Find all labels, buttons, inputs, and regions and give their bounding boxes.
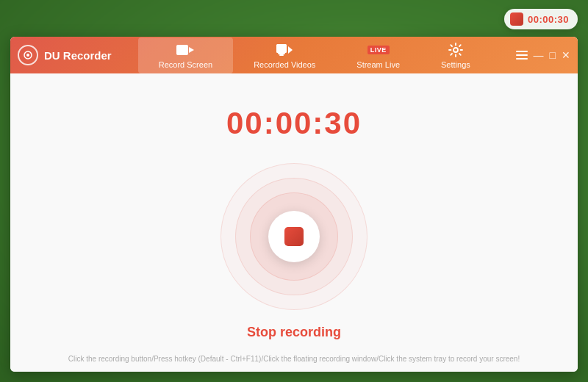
nav-tabs: Record Screen Recorded Videos LIVE xyxy=(113,37,516,73)
floating-stop-icon xyxy=(510,12,523,26)
tab-settings[interactable]: Settings xyxy=(420,37,491,73)
minimize-button[interactable]: — xyxy=(534,50,544,60)
svg-rect-2 xyxy=(176,45,188,55)
hint-text: Click the recording button/Press hotkey … xyxy=(10,355,578,363)
menu-button[interactable] xyxy=(516,51,528,60)
stop-button-area xyxy=(220,163,368,310)
window-controls: — □ ✕ xyxy=(516,50,570,60)
logo-icon xyxy=(18,45,38,65)
tab-record-screen[interactable]: Record Screen xyxy=(138,37,233,73)
recording-timer: 00:00:30 xyxy=(226,106,362,141)
tab-settings-label: Settings xyxy=(441,60,470,69)
tab-record-screen-label: Record Screen xyxy=(159,60,212,69)
stop-recording-button[interactable] xyxy=(268,211,320,262)
record-screen-icon xyxy=(176,42,194,58)
recorded-videos-icon xyxy=(276,42,293,58)
app-title: DU Recorder xyxy=(44,49,112,62)
svg-marker-3 xyxy=(189,47,194,53)
tab-recorded-videos[interactable]: Recorded Videos xyxy=(233,37,336,73)
svg-rect-4 xyxy=(276,44,287,53)
main-content: 00:00:30 Stop recording Click the record… xyxy=(10,73,578,372)
settings-icon xyxy=(448,42,463,58)
svg-rect-5 xyxy=(278,53,285,54)
tab-recorded-videos-label: Recorded Videos xyxy=(254,60,315,69)
stop-recording-label: Stop recording xyxy=(247,325,341,340)
svg-point-1 xyxy=(26,54,29,57)
floating-timer-badge[interactable]: 00:00:30 xyxy=(504,9,578,29)
tab-stream-live[interactable]: LIVE Stream Live xyxy=(336,37,420,73)
stream-live-icon: LIVE xyxy=(368,42,390,58)
maximize-button[interactable]: □ xyxy=(550,50,556,60)
titlebar: DU Recorder Record Screen xyxy=(10,37,578,73)
stop-icon xyxy=(284,227,304,246)
svg-marker-7 xyxy=(288,46,293,54)
svg-rect-6 xyxy=(279,54,284,56)
svg-point-8 xyxy=(453,48,458,52)
logo-area: DU Recorder xyxy=(18,45,113,65)
tab-stream-live-label: Stream Live xyxy=(356,60,400,69)
close-button[interactable]: ✕ xyxy=(562,50,570,60)
app-window: DU Recorder Record Screen xyxy=(10,37,578,372)
live-badge-text: LIVE xyxy=(368,46,390,54)
floating-timer-text: 00:00:30 xyxy=(528,14,569,25)
